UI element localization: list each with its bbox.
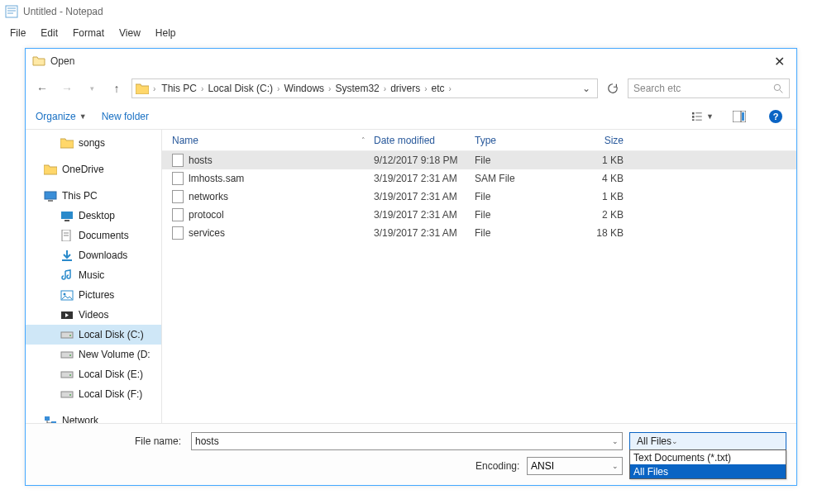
disk-icon [60,329,74,340]
tree-item-label: Local Disk (C:) [79,329,144,340]
close-button[interactable]: ✕ [769,54,790,69]
view-options-button[interactable]: ▼ [692,107,714,126]
tree-item[interactable]: New Volume (D: [26,345,161,364]
encoding-select[interactable]: ANSI ⌄ [527,457,623,475]
svg-rect-18 [65,220,69,221]
file-name: lmhosts.sam [189,173,244,184]
svg-rect-28 [61,352,73,358]
file-row[interactable]: protocol3/19/2017 2:31 AMFile2 KB [162,206,796,224]
menu-format[interactable]: Format [66,26,111,40]
tree-item-label: Music [79,269,104,281]
column-date[interactable]: Date modified [374,135,475,146]
preview-pane-button[interactable] [729,107,750,126]
breadcrumb-item[interactable]: drivers [387,83,423,94]
file-type: SAM File [475,173,574,184]
tree-item[interactable]: Local Disk (E:) [26,364,161,384]
svg-point-31 [69,374,71,376]
breadcrumb-item[interactable]: System32 [332,83,382,94]
column-type[interactable]: Type [475,135,574,146]
file-type: File [475,155,574,166]
file-icon [172,190,184,203]
breadcrumb-item[interactable]: etc [428,83,448,94]
svg-rect-15 [45,192,56,199]
file-name: services [189,227,225,239]
tree-item[interactable]: Local Disk (C:) [26,325,161,345]
chevron-down-icon[interactable]: ⌄ [612,437,619,445]
filetype-option-txt[interactable]: Text Documents (*.txt) [630,450,786,464]
tree-item-label: Videos [79,309,108,321]
back-button[interactable]: ← [32,78,52,98]
refresh-button[interactable] [603,78,623,98]
file-list: Name ˄ Date modified Type Size hosts9/12… [162,130,796,423]
file-row[interactable]: networks3/19/2017 2:31 AMFile1 KB [162,188,796,206]
file-name: networks [189,191,228,202]
file-row[interactable]: services3/19/2017 2:31 AMFile18 KB [162,224,796,242]
recent-dropdown[interactable]: ▾ [82,78,102,98]
download-icon [60,250,74,261]
tree-item[interactable]: Documents [26,226,161,245]
tree-item[interactable]: Network [26,411,161,423]
tree-item[interactable]: Downloads [26,245,161,265]
list-view-icon [692,111,705,122]
doc-icon [60,230,74,241]
file-row[interactable]: hosts9/12/2017 9:18 PMFile1 KB [162,151,796,169]
svg-rect-26 [61,332,73,338]
tree-item[interactable]: This PC [26,186,161,206]
filetype-option-all[interactable]: All Files [630,464,786,478]
tree-item-label: Documents [79,230,129,241]
tree-item[interactable]: Desktop [26,206,161,226]
tree-item-label: Local Disk (F:) [79,388,142,400]
pc-icon [44,190,57,202]
file-size: 1 KB [574,155,632,166]
file-row[interactable]: lmhosts.sam3/19/2017 2:31 AMSAM File4 KB [162,169,796,188]
dialog-bottom: File name: hosts ⌄ All Files ⌄ Text Docu… [26,423,796,485]
filename-input[interactable]: hosts ⌄ [191,432,623,450]
forward-button[interactable]: → [57,78,77,98]
tree-item-label: songs [79,137,105,149]
breadcrumb-item[interactable]: Windows [280,83,327,94]
file-type: File [475,191,574,202]
tree-item[interactable]: OneDrive [26,159,161,179]
open-dialog: Open ✕ ← → ▾ ↑ › This PC›Local Disk (C:)… [25,48,797,486]
svg-point-33 [69,394,71,396]
nav-row: ← → ▾ ↑ › This PC›Local Disk (C:)›Window… [26,74,796,103]
tree-item[interactable]: Music [26,265,161,285]
menu-edit[interactable]: Edit [34,26,65,40]
breadcrumb-item[interactable]: This PC [158,83,200,94]
breadcrumb[interactable]: › This PC›Local Disk (C:)›Windows›System… [131,78,598,98]
up-button[interactable]: ↑ [107,78,127,98]
refresh-icon [607,83,619,94]
svg-rect-30 [61,372,73,378]
menu-file[interactable]: File [3,26,32,40]
file-name: protocol [189,209,224,221]
svg-point-24 [64,293,66,296]
search-input[interactable]: Search etc [628,78,790,98]
picture-icon [60,289,74,301]
new-folder-button[interactable]: New folder [102,111,149,122]
filetype-select[interactable]: All Files ⌄ Text Documents (*.txt) All F… [629,432,786,450]
file-date: 3/19/2017 2:31 AM [374,227,475,239]
tree-item[interactable]: Videos [26,305,161,325]
preview-pane-icon [733,111,746,122]
breadcrumb-item[interactable]: Local Disk (C:) [204,83,276,94]
organize-button[interactable]: Organize ▼ [36,111,87,122]
tree-item[interactable]: Pictures [26,285,161,305]
file-date: 3/19/2017 2:31 AM [374,209,475,221]
tree-item[interactable]: Local Disk (F:) [26,384,161,404]
column-size[interactable]: Size [574,135,632,146]
tree-item[interactable]: songs [26,133,161,153]
column-name[interactable]: Name ˄ [162,135,374,146]
menu-help[interactable]: Help [149,26,183,40]
search-icon [773,83,784,94]
tree-item-label: Local Disk (E:) [79,368,143,380]
tree-item-label: Downloads [79,250,127,261]
chevron-down-icon: ▼ [79,112,87,121]
file-size: 18 KB [574,227,632,239]
notepad-menubar: File Edit Format View Help [0,23,822,43]
file-size: 1 KB [574,191,632,202]
help-icon: ? [769,110,782,123]
help-button[interactable]: ? [765,107,786,126]
menu-view[interactable]: View [112,26,147,40]
dialog-title: Open [50,55,74,67]
breadcrumb-dropdown[interactable]: ⌄ [579,83,594,94]
